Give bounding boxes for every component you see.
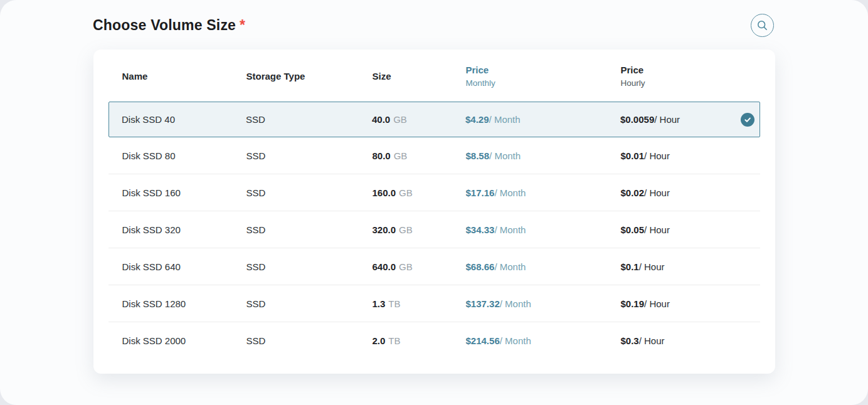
monthly-price-value: $8.58 bbox=[466, 150, 490, 161]
price-monthly: $34.33/ Month bbox=[466, 224, 621, 235]
size-unit: GB bbox=[393, 114, 407, 125]
price-monthly: $17.16/ Month bbox=[466, 187, 621, 198]
required-asterisk: * bbox=[240, 17, 245, 33]
monthly-price-suffix: / Month bbox=[494, 224, 526, 235]
size-unit: GB bbox=[394, 150, 408, 161]
size-unit: GB bbox=[399, 187, 413, 198]
monthly-price-suffix: / Month bbox=[489, 114, 521, 125]
table-header: Name Storage Type Size Price Monthly Pri… bbox=[109, 62, 760, 91]
price-hourly: $0.19/ Hour bbox=[621, 298, 729, 309]
price-monthly: $4.29/ Month bbox=[465, 114, 620, 125]
volume-size: 320.0GB bbox=[373, 224, 466, 235]
hourly-price-value: $0.02 bbox=[621, 187, 645, 198]
storage-type: SSD bbox=[246, 114, 372, 125]
volume-size-panel: Choose Volume Size* Name Storage Type Si… bbox=[0, 0, 868, 405]
volume-name: Disk SSD 160 bbox=[122, 187, 246, 198]
price-hourly: $0.0059/ Hour bbox=[620, 114, 728, 125]
price-hourly: $0.1/ Hour bbox=[621, 261, 729, 272]
hourly-price-suffix: / Hour bbox=[644, 150, 670, 161]
price-hourly-label: Price bbox=[621, 65, 644, 75]
hourly-price-value: $0.05 bbox=[621, 224, 645, 235]
price-hourly: $0.01/ Hour bbox=[621, 150, 729, 161]
size-value: 640.0 bbox=[373, 261, 396, 272]
column-header-size: Size bbox=[373, 70, 466, 83]
selected-check-icon bbox=[741, 113, 754, 127]
column-header-price-hourly: Price Hourly bbox=[621, 63, 734, 89]
selection-indicator-cell bbox=[729, 149, 755, 162]
volume-size: 2.0TB bbox=[373, 335, 466, 346]
selection-indicator-cell bbox=[728, 113, 754, 127]
column-header-name: Name bbox=[122, 70, 246, 83]
size-value: 2.0 bbox=[373, 335, 386, 346]
volume-name: Disk SSD 320 bbox=[122, 224, 246, 235]
monthly-price-value: $17.16 bbox=[466, 187, 495, 198]
volume-name: Disk SSD 80 bbox=[122, 150, 246, 161]
monthly-price-suffix: / Month bbox=[500, 298, 531, 309]
price-hourly: $0.02/ Hour bbox=[621, 187, 729, 198]
table-row[interactable]: Disk SSD 160 SSD 160.0GB $17.16/ Month $… bbox=[109, 174, 760, 211]
size-value: 40.0 bbox=[372, 114, 390, 125]
volume-size: 40.0GB bbox=[372, 114, 465, 125]
size-unit: GB bbox=[399, 224, 413, 235]
storage-type: SSD bbox=[246, 187, 373, 198]
price-hourly: $0.05/ Hour bbox=[621, 224, 729, 235]
storage-type: SSD bbox=[246, 335, 373, 346]
volume-name: Disk SSD 640 bbox=[122, 261, 246, 272]
hourly-price-suffix: / Hour bbox=[654, 114, 680, 125]
hourly-price-value: $0.01 bbox=[621, 150, 645, 161]
size-unit: GB bbox=[399, 261, 413, 272]
monthly-price-suffix: / Month bbox=[494, 187, 526, 198]
storage-type: SSD bbox=[246, 261, 373, 272]
table-row[interactable]: Disk SSD 2000 SSD 2.0TB $214.56/ Month $… bbox=[109, 322, 760, 359]
table-row[interactable]: Disk SSD 80 SSD 80.0GB $8.58/ Month $0.0… bbox=[109, 137, 760, 174]
price-monthly: $8.58/ Month bbox=[466, 150, 621, 161]
price-monthly: $68.66/ Month bbox=[466, 261, 621, 272]
volume-size: 160.0GB bbox=[373, 187, 466, 198]
size-value: 80.0 bbox=[373, 150, 391, 161]
storage-type: SSD bbox=[246, 298, 373, 309]
size-unit: TB bbox=[388, 298, 400, 309]
price-hourly-sublabel: Hourly bbox=[621, 77, 734, 90]
selection-indicator-cell bbox=[729, 260, 755, 273]
column-header-price-monthly: Price Monthly bbox=[466, 63, 621, 89]
table-row[interactable]: Disk SSD 40 SSD 40.0GB $4.29/ Month $0.0… bbox=[109, 102, 760, 137]
volume-table-card: Name Storage Type Size Price Monthly Pri… bbox=[93, 50, 775, 374]
price-monthly: $137.32/ Month bbox=[466, 298, 621, 309]
search-button[interactable] bbox=[751, 14, 774, 37]
monthly-price-value: $4.29 bbox=[465, 114, 489, 125]
selection-indicator-cell bbox=[729, 297, 755, 310]
volume-name: Disk SSD 40 bbox=[122, 114, 246, 125]
hourly-price-suffix: / Hour bbox=[644, 224, 670, 235]
selection-indicator-cell bbox=[729, 186, 755, 199]
size-unit: TB bbox=[388, 335, 400, 346]
hourly-price-suffix: / Hour bbox=[644, 187, 670, 198]
size-value: 1.3 bbox=[373, 298, 386, 309]
hourly-price-value: $0.0059 bbox=[620, 114, 654, 125]
monthly-price-value: $137.32 bbox=[466, 298, 500, 309]
table-row[interactable]: Disk SSD 640 SSD 640.0GB $68.66/ Month $… bbox=[109, 248, 760, 285]
page-title: Choose Volume Size* bbox=[93, 17, 245, 34]
volume-name: Disk SSD 2000 bbox=[122, 335, 246, 346]
hourly-price-value: $0.3 bbox=[621, 335, 639, 346]
selection-indicator-cell bbox=[729, 334, 755, 348]
monthly-price-value: $214.56 bbox=[466, 335, 500, 346]
volume-size: 80.0GB bbox=[373, 150, 466, 161]
volume-name: Disk SSD 1280 bbox=[122, 298, 246, 309]
price-monthly-label: Price bbox=[466, 65, 489, 75]
monthly-price-value: $68.66 bbox=[466, 261, 495, 272]
table-row[interactable]: Disk SSD 320 SSD 320.0GB $34.33/ Month $… bbox=[109, 211, 760, 248]
selection-indicator-cell bbox=[729, 223, 755, 236]
table-body: Disk SSD 40 SSD 40.0GB $4.29/ Month $0.0… bbox=[109, 102, 760, 359]
search-icon bbox=[757, 20, 768, 31]
size-value: 160.0 bbox=[373, 187, 396, 198]
table-row[interactable]: Disk SSD 1280 SSD 1.3TB $137.32/ Month $… bbox=[109, 285, 760, 322]
page-title-text: Choose Volume Size bbox=[93, 17, 236, 33]
storage-type: SSD bbox=[246, 150, 373, 161]
column-header-storage-type: Storage Type bbox=[246, 70, 373, 83]
hourly-price-suffix: / Hour bbox=[639, 335, 665, 346]
monthly-price-suffix: / Month bbox=[494, 261, 526, 272]
price-monthly: $214.56/ Month bbox=[466, 335, 621, 346]
size-value: 320.0 bbox=[373, 224, 396, 235]
hourly-price-suffix: / Hour bbox=[644, 298, 670, 309]
hourly-price-value: $0.19 bbox=[621, 298, 645, 309]
